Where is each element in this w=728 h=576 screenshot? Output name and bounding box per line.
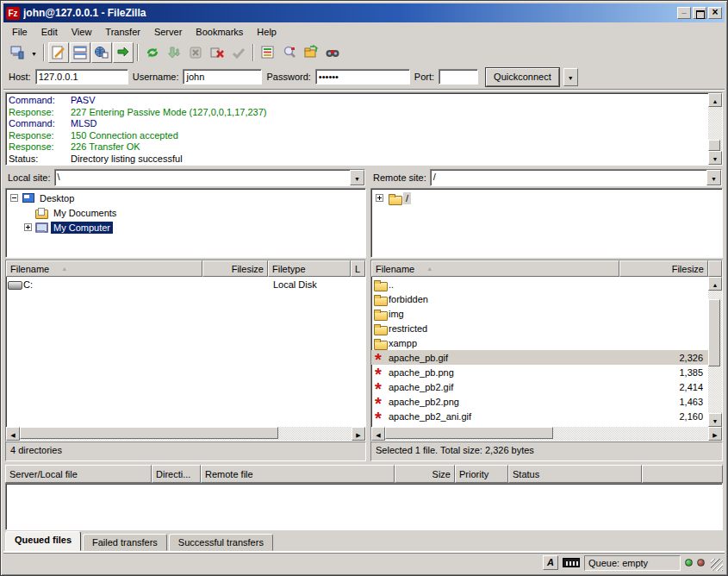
local-status-text: 4 directories — [5, 441, 366, 461]
collapse-icon[interactable] — [10, 194, 18, 202]
table-row[interactable]: restricted — [371, 321, 708, 335]
reconnect-button[interactable] — [228, 42, 249, 63]
scroll-down-button[interactable] — [708, 413, 722, 427]
refresh-button[interactable] — [142, 42, 163, 63]
menu-help[interactable]: Help — [250, 25, 283, 39]
expand-icon[interactable] — [376, 194, 383, 202]
file-size: 2,160 — [623, 411, 708, 422]
tab-successful-transfers[interactable]: Successful transfers — [169, 534, 273, 551]
column-header-lastmodified[interactable]: L — [351, 260, 365, 277]
menu-edit[interactable]: Edit — [34, 25, 65, 39]
disconnect-button[interactable] — [207, 42, 227, 63]
column-header-filetype[interactable]: Filetype — [268, 260, 351, 277]
message-log-lines: Command:PASV Response:227 Entering Passi… — [6, 93, 708, 165]
table-row[interactable]: img — [371, 306, 708, 321]
compare-button[interactable] — [279, 42, 300, 63]
table-row[interactable]: apache_pb2_ani.gif2,160 — [371, 409, 708, 423]
process-queue-button[interactable] — [164, 42, 184, 63]
column-header-priority[interactable]: Priority — [455, 465, 508, 483]
expand-icon[interactable] — [24, 223, 32, 231]
scroll-right-button[interactable] — [352, 427, 365, 441]
file-name: apache_pb.gif — [389, 353, 623, 363]
remote-list-vscrollbar[interactable] — [708, 277, 722, 427]
table-row[interactable]: apache_pb2.png1,463 — [371, 394, 708, 409]
toggle-message-log-button[interactable] — [48, 42, 69, 63]
scrollbar-thumb[interactable] — [20, 427, 278, 439]
table-row[interactable]: .. — [371, 277, 708, 291]
cancel-button[interactable] — [185, 42, 206, 63]
tab-failed-transfers[interactable]: Failed transfers — [83, 534, 167, 551]
menu-file[interactable]: File — [5, 25, 34, 39]
host-input[interactable] — [35, 69, 128, 85]
combo-dropdown-button[interactable] — [706, 170, 721, 185]
local-treeview-icon — [72, 45, 88, 60]
drive-icon — [8, 279, 23, 291]
column-header-remote-file[interactable]: Remote file — [201, 465, 395, 483]
table-row-selected[interactable]: apache_pb.gif2,326 — [371, 350, 708, 365]
column-header-filename[interactable]: Filename — [6, 260, 202, 277]
column-header-filename[interactable]: Filename — [371, 260, 619, 277]
password-input[interactable] — [315, 69, 410, 85]
filter-button[interactable] — [258, 42, 278, 63]
scrollbar-thumb[interactable] — [385, 427, 553, 439]
indicator-badge-icon[interactable] — [563, 558, 580, 567]
table-row[interactable]: apache_pb2.gif2,414 — [371, 379, 708, 394]
menu-server[interactable]: Server — [147, 25, 189, 39]
scroll-right-button[interactable] — [708, 427, 722, 441]
table-row[interactable]: xampp — [371, 335, 708, 350]
username-input[interactable] — [183, 69, 262, 85]
datatype-ascii-indicator-icon[interactable]: A — [543, 555, 558, 570]
scroll-left-button[interactable] — [371, 427, 385, 441]
column-header-size[interactable]: Size — [395, 465, 455, 483]
scroll-down-button[interactable] — [708, 151, 722, 165]
chevron-down-icon — [711, 172, 717, 183]
remote-site-combo[interactable]: / — [430, 169, 722, 186]
quickconnect-button[interactable]: Quickconnect — [486, 68, 559, 86]
combo-dropdown-button[interactable] — [350, 170, 364, 185]
log-label: Command: — [9, 118, 71, 130]
menu-bookmarks[interactable]: Bookmarks — [189, 25, 250, 39]
resize-grip[interactable] — [711, 559, 723, 571]
local-site-combo[interactable]: \ — [54, 169, 365, 186]
tree-item-desktop[interactable]: Desktop — [8, 191, 365, 205]
scroll-left-button[interactable] — [6, 427, 20, 441]
column-header-filesize[interactable]: Filesize — [619, 260, 708, 277]
local-site-value: \ — [55, 170, 350, 185]
transfer-queue-list[interactable] — [5, 483, 723, 530]
menu-view[interactable]: View — [65, 25, 99, 39]
log-scrollbar[interactable] — [708, 93, 722, 165]
find-button[interactable] — [322, 42, 343, 63]
site-manager-dropdown-button[interactable] — [28, 42, 40, 63]
remote-list-hscrollbar[interactable] — [371, 427, 722, 441]
scrollbar-thumb[interactable] — [708, 299, 720, 366]
local-list-hscrollbar[interactable] — [6, 427, 365, 441]
quickconnect-dropdown-button[interactable] — [563, 68, 578, 86]
table-row[interactable]: apache_pb.png1,385 — [371, 365, 708, 379]
scroll-up-button[interactable] — [708, 93, 722, 107]
table-row[interactable]: C: Local Disk — [6, 277, 365, 291]
scrollbar-thumb[interactable] — [708, 140, 720, 151]
column-header-status[interactable]: Status — [508, 465, 642, 483]
sync-browse-button[interactable] — [301, 42, 321, 63]
tab-queued-files[interactable]: Queued files — [5, 531, 81, 551]
menu-transfer[interactable]: Transfer — [98, 25, 147, 39]
toggle-queue-button[interactable] — [113, 42, 134, 63]
disconnect-icon — [209, 45, 225, 60]
minimize-button[interactable] — [677, 7, 691, 19]
table-row[interactable]: forbidden — [371, 291, 708, 306]
column-header-spacer — [642, 465, 723, 483]
tree-item-root[interactable]: / — [373, 191, 722, 205]
tree-item-my-documents[interactable]: My Documents — [8, 205, 365, 220]
toggle-local-tree-button[interactable] — [70, 42, 90, 63]
column-header-direction[interactable]: Directi... — [152, 465, 201, 483]
arrow-up-icon — [712, 95, 719, 105]
scroll-up-button[interactable] — [708, 277, 722, 291]
maximize-button[interactable] — [693, 7, 706, 19]
tree-item-my-computer[interactable]: My Computer — [8, 220, 365, 235]
close-button[interactable] — [708, 7, 722, 19]
column-header-filesize[interactable]: Filesize — [202, 260, 268, 277]
toggle-remote-tree-button[interactable] — [91, 42, 112, 63]
column-header-server-local-file[interactable]: Server/Local file — [5, 465, 152, 483]
site-manager-button[interactable] — [7, 42, 28, 63]
port-input[interactable] — [439, 69, 478, 85]
